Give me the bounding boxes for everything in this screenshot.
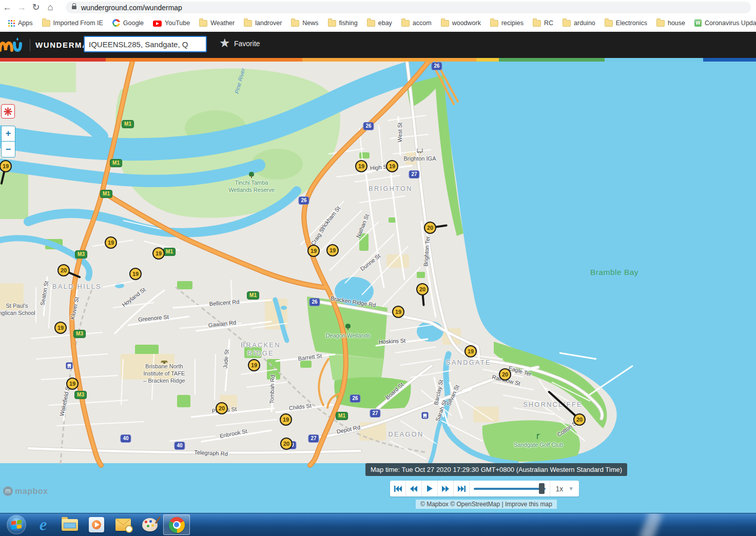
temp-scale-bar [0, 58, 756, 62]
station-marker[interactable]: 19 [0, 160, 12, 172]
media-player-button[interactable] [83, 514, 110, 535]
time-playback-bar: 1x ▼ [390, 481, 579, 497]
bookmark-house[interactable]: house [656, 19, 685, 27]
station-marker[interactable]: 19 [386, 160, 398, 172]
skip-start-button[interactable] [390, 481, 406, 497]
speed-value: 1x [555, 485, 563, 493]
paint-icon [142, 518, 158, 531]
station-marker[interactable]: 19 [66, 378, 79, 390]
bookmark-accom[interactable]: accom [401, 19, 432, 27]
bookmark-electronics[interactable]: Electronics [605, 19, 647, 27]
bookmark-label: recipies [501, 19, 524, 27]
zoom-out-button[interactable]: − [2, 142, 15, 157]
file-explorer-button[interactable] [56, 514, 83, 535]
map-canvas[interactable]: m mapbox [0, 62, 756, 513]
start-button[interactable] [3, 514, 30, 535]
bookmark-google[interactable]: Google [112, 19, 144, 27]
folder-icon [244, 20, 252, 27]
internet-explorer-button[interactable]: e [30, 514, 56, 535]
favorite-star-icon[interactable]: ★ [219, 36, 230, 50]
outlook-button[interactable] [110, 514, 137, 535]
skip-end-button[interactable] [454, 481, 470, 497]
gear-icon [4, 107, 12, 116]
map-attribution[interactable]: © Mapbox © OpenStreetMap | Improve this … [416, 500, 557, 509]
bookmark-label: Coronavirus Updat... [705, 19, 756, 27]
wunderground-logo[interactable]: WUNDERMAP [0, 37, 94, 53]
station-marker[interactable]: 19 [307, 245, 320, 257]
bookmark-woodwork[interactable]: woodwork [441, 19, 481, 27]
time-slider[interactable] [470, 481, 550, 497]
bookmark-label: Weather [210, 19, 235, 27]
chevron-down-icon: ▼ [569, 486, 574, 491]
zoom-control: + − [1, 126, 15, 157]
folder-icon [42, 20, 50, 27]
favorite-label[interactable]: Favorite [234, 39, 260, 48]
address-bar[interactable]: wunderground.com/wundermap [66, 2, 751, 13]
bookmark-label: Google [123, 19, 144, 27]
station-marker[interactable]: 20 [499, 368, 511, 381]
station-marker[interactable]: 19 [326, 244, 339, 256]
speed-dropdown[interactable]: 1x ▼ [550, 481, 579, 497]
time-slider-handle[interactable] [539, 483, 545, 494]
wundermap-header: WUNDERMAP ★ Favorite [0, 32, 756, 58]
bookmark-weather[interactable]: Weather [199, 19, 235, 27]
wiki-icon [694, 19, 702, 27]
apps-grid-icon [8, 19, 15, 27]
station-marker[interactable]: 20 [573, 413, 586, 426]
bookmark-label: woodwork [452, 19, 481, 27]
bookmark-label: accom [413, 19, 432, 27]
bookmark-fishing[interactable]: fishing [328, 19, 358, 27]
station-marker[interactable]: 19 [248, 359, 260, 371]
station-marker[interactable]: 19 [152, 247, 165, 260]
bookmark-recipies[interactable]: recipies [490, 19, 524, 27]
station-marker[interactable]: 19 [355, 160, 367, 172]
station-marker[interactable]: 20 [57, 264, 70, 276]
station-marker[interactable]: 20 [416, 283, 429, 295]
bookmark-coronavirus-updat-[interactable]: Coronavirus Updat... [694, 19, 756, 27]
home-icon[interactable]: ⌂ [43, 0, 57, 14]
time-slider-track[interactable] [474, 488, 546, 490]
bookmark-rc[interactable]: RC [533, 19, 553, 27]
bookmark-imported-from-ie[interactable]: Imported From IE [42, 19, 103, 27]
play-button[interactable] [422, 481, 438, 497]
bookmark-arduino[interactable]: arduino [563, 19, 595, 27]
bookmark-label: Electronics [616, 19, 647, 27]
paint-button[interactable] [137, 514, 163, 535]
bookmark-youtube[interactable]: YouTube [153, 19, 190, 27]
station-marker[interactable]: 20 [280, 438, 293, 450]
location-search-input[interactable] [84, 36, 207, 52]
bookmark-ebay[interactable]: ebay [367, 19, 392, 27]
bookmark-landrover[interactable]: landrover [244, 19, 282, 27]
chrome-button[interactable] [163, 514, 190, 535]
folder-icon [199, 20, 207, 27]
bookmark-news[interactable]: News [291, 19, 318, 27]
mapbox-icon: m [3, 486, 13, 496]
wu-logo-icon [0, 37, 25, 53]
station-marker[interactable]: 19 [392, 306, 404, 318]
map-settings-button[interactable] [1, 104, 15, 118]
folder-icon [490, 20, 498, 27]
browser-toolbar: ← → ↻ ⌂ wunderground.com/wundermap [0, 0, 756, 14]
fast-forward-button[interactable] [438, 481, 454, 497]
bookmark-label: house [668, 19, 685, 27]
station-marker[interactable]: 19 [54, 322, 67, 334]
zoom-in-button[interactable]: + [2, 126, 15, 142]
reload-icon[interactable]: ↻ [29, 0, 43, 14]
apps-shortcut[interactable]: Apps [8, 19, 33, 27]
station-marker[interactable]: 19 [280, 413, 292, 426]
mapbox-logo[interactable]: m mapbox [3, 486, 48, 496]
bookmarks-bar: Apps Imported From IEGoogleYouTubeWeathe… [0, 14, 756, 32]
rewind-button[interactable] [406, 481, 422, 497]
back-icon[interactable]: ← [0, 0, 14, 14]
desktop: ← → ↻ ⌂ wunderground.com/wundermap Apps … [0, 0, 756, 536]
station-marker[interactable]: 19 [129, 268, 142, 280]
folder-icon [533, 20, 541, 27]
forward-icon[interactable]: → [14, 0, 29, 14]
bookmark-label: ebay [378, 19, 392, 27]
station-marker[interactable]: 20 [216, 402, 228, 414]
station-marker[interactable]: 19 [105, 236, 117, 249]
station-marker[interactable]: 19 [464, 345, 477, 358]
chrome-icon [169, 517, 185, 533]
url-text: wunderground.com/wundermap [81, 4, 182, 12]
station-marker[interactable]: 20 [424, 222, 436, 234]
